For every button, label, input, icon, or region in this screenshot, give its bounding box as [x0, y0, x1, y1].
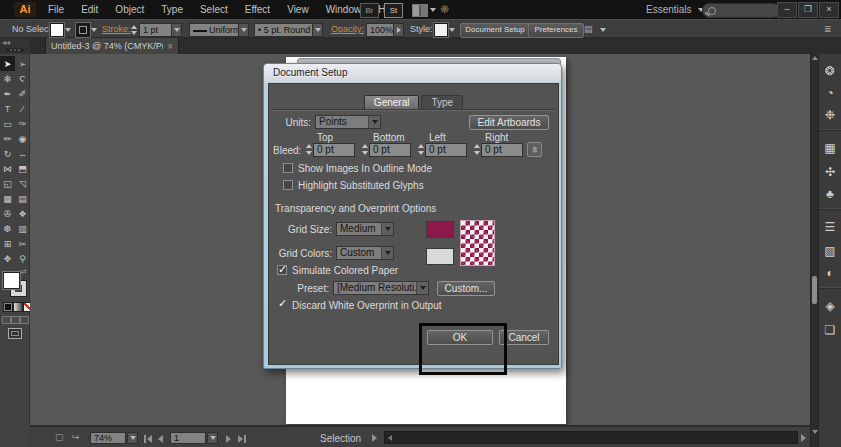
column-graph-tool[interactable]: ▥: [15, 221, 30, 236]
document-setup-button[interactable]: Document Setup: [460, 23, 530, 38]
menu-item[interactable]: Select: [198, 4, 230, 15]
rectangle-tool[interactable]: ▭: [0, 116, 15, 131]
zoom-level-dropdown[interactable]: [127, 432, 138, 444]
artboard-number-field[interactable]: 1: [170, 432, 206, 444]
perspective-grid-tool[interactable]: ◹: [15, 176, 30, 191]
fill-swatch[interactable]: [3, 272, 20, 289]
symbol-sprayer-tool[interactable]: ❆: [0, 221, 15, 236]
units-dropdown[interactable]: Points: [315, 115, 381, 129]
workspace-switcher[interactable]: Essentials: [646, 4, 704, 15]
menu-item[interactable]: View: [285, 4, 311, 15]
stroke-weight-stepper[interactable]: [130, 23, 138, 37]
menu-item[interactable]: Object: [113, 4, 146, 15]
vertical-scrollbar[interactable]: [810, 54, 818, 447]
stroke-weight-dropdown[interactable]: [171, 23, 182, 37]
edit-artboards-button[interactable]: Edit Artboards: [469, 115, 549, 130]
color-guide-panel-icon[interactable]: ◔: [819, 82, 841, 104]
opacity-dropdown[interactable]: [393, 23, 404, 37]
gradient-tool[interactable]: ▤: [15, 191, 30, 206]
chevron-down-icon[interactable]: [430, 8, 436, 12]
rotate-tool[interactable]: ↻: [0, 146, 15, 161]
discard-white-overprint-checkbox[interactable]: [277, 299, 287, 309]
scroll-left-icon[interactable]: [388, 435, 392, 441]
last-artboard-icon[interactable]: [238, 435, 243, 443]
search-input[interactable]: [702, 3, 780, 18]
fill-color-swatch[interactable]: [50, 23, 64, 37]
simulate-colored-paper-checkbox[interactable]: [277, 265, 287, 275]
stepper-icon[interactable]: [305, 143, 313, 157]
draw-normal-button[interactable]: [2, 316, 11, 324]
tab-close-icon[interactable]: ×: [167, 41, 173, 52]
layers-panel-icon[interactable]: ◈: [819, 288, 841, 319]
artboards-panel-icon[interactable]: ❏: [819, 319, 841, 341]
restore-button[interactable]: ❐: [798, 2, 818, 18]
stroke-panel-link[interactable]: Stroke:: [102, 24, 131, 34]
artboard-number-dropdown[interactable]: [207, 432, 218, 444]
free-transform-tool[interactable]: ⬒: [15, 161, 30, 176]
swap-fill-stroke-icon[interactable]: ⇄: [21, 268, 27, 276]
last-artboard-icon[interactable]: [244, 435, 246, 443]
line-segment-tool[interactable]: ∕: [15, 101, 30, 116]
stepper-icon[interactable]: [473, 143, 481, 157]
bleed-input[interactable]: 0 pt: [313, 143, 355, 157]
preset-dropdown[interactable]: [Medium Resoluti...: [333, 281, 429, 295]
next-artboard-icon[interactable]: [226, 435, 231, 443]
swatches-panel-icon[interactable]: ▦: [819, 130, 841, 161]
dialog-tab[interactable]: Type: [421, 95, 463, 109]
bleed-input[interactable]: 0 pt: [481, 143, 523, 157]
brushes-panel-icon[interactable]: ✣: [819, 161, 841, 183]
hand-tool[interactable]: ✥: [0, 251, 15, 266]
paper-color-swatch[interactable]: [426, 248, 454, 265]
artboard-tool[interactable]: ⊞: [0, 236, 15, 251]
first-artboard-icon[interactable]: [147, 435, 152, 443]
panel-menu-icon[interactable]: ≣: [824, 24, 832, 34]
pen-tool[interactable]: ✒: [0, 86, 15, 101]
chevron-down-icon[interactable]: [91, 28, 97, 32]
grid-color-swatch[interactable]: [426, 221, 454, 238]
first-artboard-icon[interactable]: [144, 435, 146, 443]
width-tool[interactable]: ⋈: [0, 161, 15, 176]
opacity-field[interactable]: 100%: [366, 23, 396, 37]
gradient-mode-button[interactable]: [13, 302, 23, 312]
zoom-box-icon[interactable]: ▢: [55, 432, 64, 442]
transparency-panel-icon[interactable]: ◐: [819, 262, 841, 284]
bleed-input[interactable]: 0 pt: [425, 143, 467, 157]
opacity-panel-link[interactable]: Opacity:: [331, 24, 364, 34]
draw-inside-button[interactable]: [20, 316, 29, 324]
eyedropper-tool[interactable]: ✇: [0, 206, 15, 221]
scroll-right-icon[interactable]: [801, 434, 806, 442]
paintbrush-tool[interactable]: ✑: [15, 116, 30, 131]
shape-builder-tool[interactable]: ◱: [0, 176, 15, 191]
link-bleed-values-button[interactable]: ∞: [527, 142, 542, 157]
draw-behind-button[interactable]: [11, 316, 20, 324]
previous-artboard-icon[interactable]: [158, 435, 163, 443]
blob-brush-tool[interactable]: ◉: [15, 131, 30, 146]
document-tab[interactable]: Untitled-3 @ 74% (CMYK/Preview) ×: [45, 38, 179, 54]
show-images-outline-checkbox[interactable]: [283, 163, 293, 173]
selection-tool[interactable]: ➤: [0, 56, 15, 71]
horizontal-scrollbar[interactable]: [384, 431, 798, 444]
menu-item[interactable]: Effect: [243, 4, 272, 15]
color-mode-button[interactable]: [3, 302, 13, 312]
curvature-tool[interactable]: ✐: [15, 86, 30, 101]
scale-tool[interactable]: ↔: [15, 146, 30, 161]
tools-panel-grip[interactable]: [6, 48, 24, 52]
stroke-panel-icon[interactable]: ☰: [819, 209, 841, 240]
grid-size-dropdown[interactable]: Medium: [336, 222, 394, 236]
width-profile-dropdown[interactable]: [238, 23, 249, 37]
stock-icon[interactable]: St: [384, 3, 403, 18]
grid-colors-dropdown[interactable]: Custom: [336, 246, 394, 260]
color-panel-icon[interactable]: ❂: [819, 60, 841, 82]
kuler-panel-icon[interactable]: ❉: [819, 104, 841, 126]
symbols-panel-icon[interactable]: ♣: [819, 183, 841, 205]
stepper-icon[interactable]: [417, 143, 425, 157]
menu-item[interactable]: Edit: [79, 4, 100, 15]
direct-selection-tool[interactable]: ➢: [15, 56, 30, 71]
recolor-options-icon[interactable]: ▤: [584, 24, 593, 34]
tools-panel-header[interactable]: ◂◂: [0, 38, 30, 54]
zoom-tool[interactable]: ⚲: [15, 251, 30, 266]
custom-button[interactable]: Custom...: [437, 281, 495, 296]
bridge-icon[interactable]: Br: [360, 3, 379, 18]
pencil-tool[interactable]: ✏: [0, 131, 15, 146]
gradient-panel-icon[interactable]: ▧: [819, 240, 841, 262]
